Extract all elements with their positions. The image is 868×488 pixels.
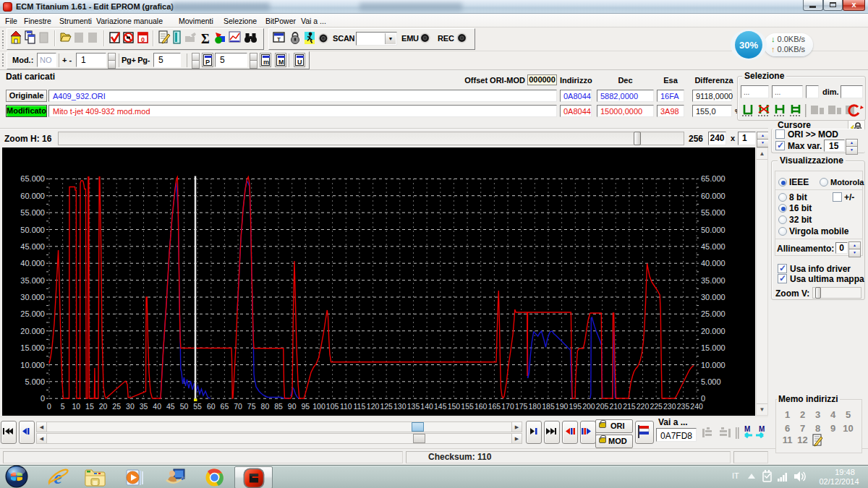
svg-text:75: 75 (247, 402, 256, 411)
svg-text:10.000: 10.000 (701, 361, 726, 369)
svg-text:0: 0 (47, 402, 51, 411)
svg-text:105: 105 (326, 402, 339, 411)
svg-text:60: 60 (207, 402, 216, 411)
svg-text:130: 130 (393, 402, 407, 411)
svg-text:210: 210 (609, 402, 622, 411)
svg-text:95: 95 (301, 402, 310, 411)
svg-text:175: 175 (515, 402, 528, 411)
svg-text:20.000: 20.000 (701, 327, 726, 335)
svg-text:20: 20 (99, 402, 108, 411)
svg-text:25.000: 25.000 (701, 309, 726, 318)
svg-text:185: 185 (542, 402, 555, 411)
svg-text:10: 10 (72, 402, 80, 411)
svg-text:10.000: 10.000 (20, 361, 45, 369)
svg-text:35.000: 35.000 (20, 276, 45, 285)
svg-text:70: 70 (234, 402, 242, 411)
svg-text:140: 140 (420, 402, 433, 411)
svg-text:45.000: 45.000 (701, 242, 726, 251)
svg-text:165: 165 (488, 402, 501, 411)
svg-text:15: 15 (85, 402, 94, 411)
svg-text:M: M (744, 425, 750, 433)
svg-text:5: 5 (61, 402, 65, 411)
svg-text:45.000: 45.000 (20, 242, 45, 251)
svg-text:150: 150 (448, 402, 461, 411)
svg-text:65.000: 65.000 (20, 174, 45, 183)
svg-text:180: 180 (529, 402, 542, 411)
svg-text:15.000: 15.000 (701, 343, 726, 352)
svg-text:145: 145 (434, 402, 447, 411)
svg-text:125: 125 (380, 402, 393, 411)
svg-text:0: 0 (141, 36, 145, 43)
svg-text:15.000: 15.000 (20, 343, 45, 352)
svg-text:40: 40 (153, 402, 161, 411)
svg-text:220: 220 (637, 402, 650, 411)
svg-text:40.000: 40.000 (701, 259, 726, 267)
svg-text:M: M (759, 425, 765, 433)
svg-text:45: 45 (166, 402, 175, 411)
svg-text:60.000: 60.000 (20, 192, 45, 200)
svg-text:65: 65 (221, 402, 229, 411)
svg-text:30.000: 30.000 (20, 293, 45, 301)
svg-text:200: 200 (582, 402, 595, 411)
svg-text:40.000: 40.000 (20, 259, 45, 267)
svg-text:240: 240 (690, 402, 703, 411)
svg-text:80: 80 (261, 402, 270, 411)
svg-text:195: 195 (569, 402, 582, 411)
svg-text:35.000: 35.000 (701, 276, 726, 285)
svg-text:155: 155 (461, 402, 474, 411)
svg-text:55.000: 55.000 (701, 208, 726, 217)
svg-text:0: 0 (41, 394, 45, 403)
svg-text:60.000: 60.000 (701, 192, 726, 200)
svg-text:235: 235 (677, 402, 690, 411)
svg-text:30%: 30% (739, 40, 758, 51)
svg-text:25: 25 (112, 402, 121, 411)
svg-text:55.000: 55.000 (20, 208, 45, 217)
svg-text:65.000: 65.000 (701, 174, 726, 183)
svg-text:30: 30 (126, 402, 135, 411)
svg-text:50.000: 50.000 (701, 226, 726, 234)
svg-text:170: 170 (501, 402, 514, 411)
svg-text:100: 100 (312, 402, 326, 411)
svg-text:215: 215 (623, 402, 636, 411)
svg-text:160: 160 (475, 402, 488, 411)
svg-text:T: T (277, 36, 281, 43)
svg-text:5.000: 5.000 (701, 377, 721, 386)
svg-text:110: 110 (340, 402, 352, 411)
svg-text:205: 205 (596, 402, 609, 411)
svg-text:135: 135 (407, 402, 420, 411)
svg-text:50.000: 50.000 (20, 226, 45, 234)
svg-text:120: 120 (367, 402, 380, 411)
svg-text:5.000: 5.000 (25, 377, 45, 386)
svg-text:55: 55 (193, 402, 202, 411)
svg-text:190: 190 (556, 402, 569, 411)
svg-text:90: 90 (288, 402, 297, 411)
svg-text:20.000: 20.000 (20, 327, 45, 335)
svg-text:Σ: Σ (201, 32, 210, 46)
svg-text:25.000: 25.000 (20, 309, 45, 318)
svg-text:115: 115 (354, 402, 366, 411)
svg-text:35: 35 (140, 402, 148, 411)
svg-text:230: 230 (663, 402, 676, 411)
svg-text:50: 50 (180, 402, 189, 411)
svg-text:225: 225 (650, 402, 663, 411)
svg-text:85: 85 (274, 402, 283, 411)
svg-text:30.000: 30.000 (701, 293, 726, 301)
